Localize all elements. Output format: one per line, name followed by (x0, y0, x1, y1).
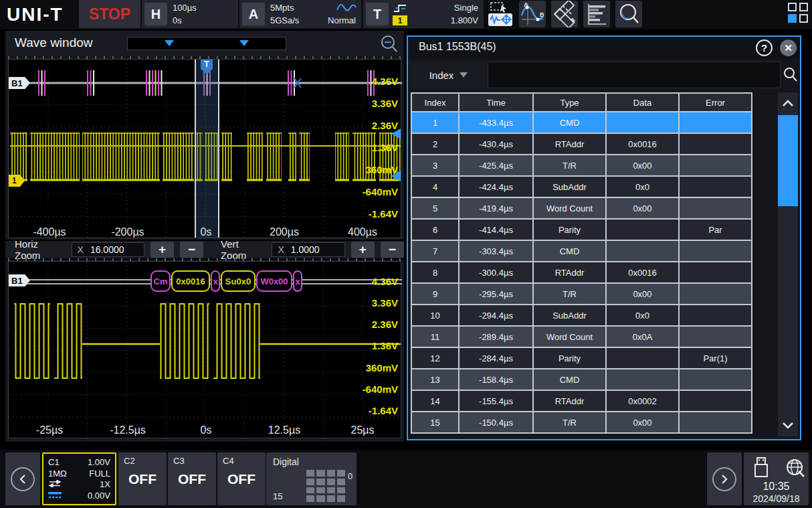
horizontal-key[interactable]: H (144, 3, 167, 25)
panel-scroll-left-button[interactable] (5, 452, 40, 505)
vert-zoom-in-button[interactable]: + (351, 242, 375, 258)
waveform-position-bar[interactable] (127, 37, 286, 50)
table-row-cell[interactable]: -289.4µs (460, 327, 532, 347)
table-row-cell[interactable]: 0x00 (607, 284, 678, 304)
table-row-cell[interactable] (680, 198, 751, 218)
help-icon[interactable]: ? (756, 39, 773, 56)
table-row-cell[interactable] (680, 241, 751, 261)
table-row-cell[interactable]: -425.4µs (460, 155, 532, 175)
decode-bubble[interactable]: 0x0016 (171, 270, 210, 292)
table-row-cell[interactable]: -150.4µs (460, 412, 532, 432)
zoom-out-icon[interactable] (380, 35, 399, 56)
histogram-icon[interactable] (583, 1, 610, 27)
table-row-cell[interactable]: SubAddr (534, 177, 605, 197)
table-row-cell[interactable] (680, 412, 751, 432)
table-row-cell[interactable]: -303.4µs (460, 241, 532, 261)
acquire-settings[interactable]: A 5Mpts 5GSa/s Normal (239, 0, 361, 28)
close-icon[interactable]: ✕ (780, 39, 797, 56)
table-row-cell[interactable]: T/R (534, 284, 605, 304)
trigger-key[interactable]: T (366, 3, 389, 25)
table-row-cell[interactable]: 10 (412, 305, 458, 325)
table-row-cell[interactable] (680, 391, 751, 411)
table-row-cell[interactable]: Parity (534, 348, 605, 368)
table-row-cell[interactable]: 15 (412, 412, 458, 432)
search-button[interactable] (781, 62, 800, 88)
decode-bubble[interactable]: Cm (150, 270, 171, 292)
table-row-cell[interactable]: 0x0A (607, 327, 678, 347)
decode-bubble[interactable]: x (211, 270, 220, 292)
table-row-cell[interactable]: -300.4µs (460, 262, 532, 282)
table-row-cell[interactable]: 1 (412, 112, 458, 133)
horizontal-settings[interactable]: H 100µs 0s (142, 0, 238, 28)
table-row-cell[interactable] (680, 305, 751, 325)
channel3-panel[interactable]: C3 OFF (168, 452, 216, 505)
table-row-cell[interactable]: RTAddr (534, 391, 605, 411)
table-row-cell[interactable] (680, 284, 751, 304)
vert-zoom-out-button[interactable]: − (381, 242, 404, 258)
datetime-panel[interactable]: 10:35 2024/09/18 (744, 452, 809, 505)
table-row-cell[interactable]: Word Count (534, 327, 605, 347)
table-row-cell[interactable]: -430.4µs (460, 134, 532, 154)
table-row-cell[interactable] (680, 155, 751, 175)
table-row-cell[interactable]: -419.4µs (460, 198, 532, 218)
horiz-zoom-in-button[interactable]: + (150, 242, 174, 258)
panel-scroll-right-button[interactable] (707, 452, 742, 505)
zoom-region-selector[interactable] (195, 60, 219, 238)
scroll-down-button[interactable] (778, 415, 798, 436)
table-row-cell[interactable]: 7 (412, 241, 458, 261)
table-row-cell[interactable]: 0x0016 (607, 262, 678, 282)
table-row-cell[interactable] (680, 262, 751, 282)
table-scrollbar[interactable] (778, 92, 798, 436)
decode-bubble[interactable]: W0x00 (256, 270, 292, 292)
position-marker[interactable] (239, 40, 249, 46)
table-row-cell[interactable]: 6 (412, 220, 458, 240)
acquire-key[interactable]: A (242, 3, 265, 25)
table-row-cell[interactable]: 11 (412, 327, 458, 347)
vert-zoom-value[interactable]: X 1.0000 (272, 242, 344, 257)
table-row-cell[interactable] (680, 327, 751, 347)
search-filter-dropdown[interactable]: Index (409, 62, 488, 88)
table-row-cell[interactable]: 0x00 (607, 412, 678, 432)
table-row-cell[interactable]: 4 (412, 177, 458, 197)
table-row-cell[interactable]: 3 (412, 155, 458, 175)
main-waveform-plot[interactable]: T B1 1 4.36V3.36V2.36V1.36V360mV-640mV-1… (8, 59, 401, 238)
table-row-cell[interactable]: Par(1) (680, 348, 751, 368)
position-marker[interactable] (165, 40, 174, 46)
trigger-settings[interactable]: T 1 Single 1.800V (363, 0, 484, 28)
table-row-cell[interactable]: 12 (412, 348, 458, 368)
table-row-cell[interactable]: 0x00 (607, 155, 678, 175)
table-row-cell[interactable] (607, 241, 678, 261)
table-row-cell[interactable]: 14 (412, 391, 458, 411)
table-row-cell[interactable] (607, 112, 678, 133)
table-row-cell[interactable]: 8 (412, 262, 458, 282)
channel4-panel[interactable]: C4 OFF (217, 452, 266, 505)
table-row-cell[interactable] (607, 348, 678, 368)
table-row-cell[interactable] (607, 220, 678, 240)
table-row-cell[interactable]: 0x0 (607, 305, 678, 325)
table-row-cell[interactable]: -294.4µs (460, 305, 532, 325)
digital-channels-panel[interactable]: Digital 0 15 (266, 452, 357, 505)
table-row-cell[interactable]: CMD (534, 369, 605, 390)
zoomed-waveform-plot[interactable]: B1 Cm0x0016xSu0x0W0x00x 4.36V3.36V2.36V1… (8, 261, 401, 438)
horiz-zoom-value[interactable]: X 16.0000 (72, 242, 144, 257)
table-row-cell[interactable]: Word Count (534, 198, 605, 218)
table-row-cell[interactable]: -424.4µs (460, 177, 532, 197)
channel2-panel[interactable]: C2 OFF (118, 452, 167, 505)
measure-rulers-icon[interactable] (551, 1, 578, 27)
horiz-zoom-out-button[interactable]: − (180, 242, 203, 258)
search-loupe-icon[interactable] (615, 1, 642, 27)
table-row-cell[interactable]: 0x00 (607, 198, 678, 218)
ab-waveform-compare-icon[interactable]: A B (519, 1, 546, 27)
table-row-cell[interactable]: 0x0 (607, 177, 678, 197)
select-tool-button[interactable] (487, 1, 514, 27)
table-row-cell[interactable]: SubAddr (534, 305, 605, 325)
decode-bubble[interactable]: Su0x0 (221, 270, 256, 292)
table-row-cell[interactable]: -414.4µs (460, 220, 532, 240)
decode-table[interactable]: IndexTimeTypeDataError1-433.4µsCMD2-430.… (411, 92, 752, 434)
table-row-cell[interactable]: 0x0016 (607, 134, 678, 154)
table-row-cell[interactable]: 2 (412, 134, 458, 154)
table-row-cell[interactable]: 9 (412, 284, 458, 304)
table-row-cell[interactable] (607, 369, 678, 390)
table-row-cell[interactable]: -295.4µs (460, 284, 532, 304)
table-row-cell[interactable]: RTAddr (534, 134, 605, 154)
